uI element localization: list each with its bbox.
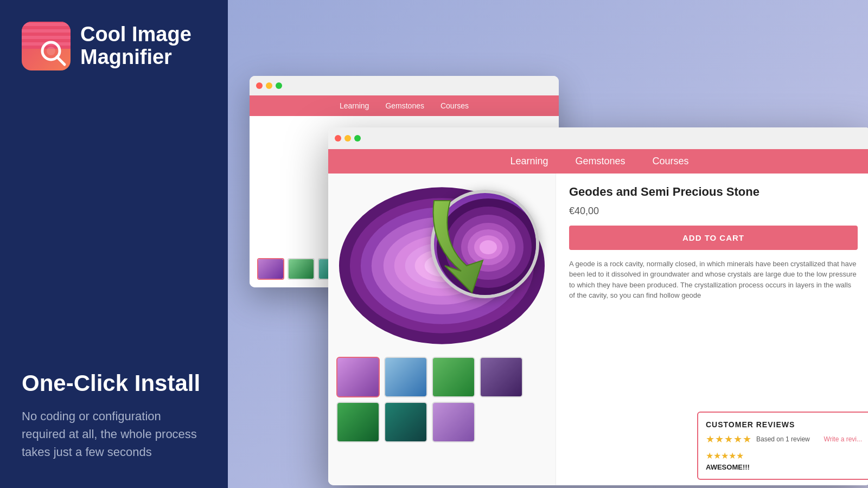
browser-window-large: Learning Gemstones Courses: [328, 127, 868, 485]
dot-green-large: [354, 135, 361, 142]
dot-red: [256, 82, 263, 89]
svg-point-2: [47, 47, 55, 55]
add-to-cart-button[interactable]: ADD TO CART: [569, 226, 858, 250]
app-logo-icon: [22, 22, 71, 70]
bottom-thumb-row: [334, 357, 550, 397]
one-click-desc: No coding or configuration required at a…: [22, 407, 206, 461]
thumb-green[interactable]: [432, 357, 475, 397]
dot-yellow: [266, 82, 272, 89]
browser-bar-large: [328, 127, 868, 149]
browser-large-body: Geodes and Semi Precious Stone €40,00 AD…: [328, 174, 868, 485]
thumb-blue[interactable]: [384, 357, 427, 397]
sidebar: Cool Image Magnifier One-Click Install N…: [0, 0, 228, 488]
dot-red-large: [335, 135, 341, 142]
main-content: Learning Gemstones Courses: [228, 0, 868, 488]
product-description: A geode is a rock cavity, normally close…: [569, 259, 858, 301]
nav-courses-large[interactable]: Courses: [653, 156, 689, 167]
dot-yellow-large: [344, 135, 351, 142]
dot-green-small: [276, 82, 282, 89]
browser-bar-small: [250, 76, 559, 95]
reviews-based-on: Based on 1 review: [756, 435, 810, 443]
thumb-purple[interactable]: [336, 357, 380, 397]
reviews-stars-row: ★★★★★ Based on 1 review Write a revi...: [706, 433, 862, 445]
thumb-brown[interactable]: [480, 357, 523, 397]
nav-learning-small[interactable]: Learning: [340, 101, 369, 110]
product-title: Geodes and Semi Precious Stone: [569, 184, 858, 200]
arrow-svg: [418, 190, 526, 298]
thumb-malachite[interactable]: [336, 402, 380, 442]
magnifier-icon: [39, 39, 67, 67]
nav-gemstones-large[interactable]: Gemstones: [575, 156, 625, 167]
reviews-title: CUSTOMER REVIEWS: [706, 420, 862, 429]
app-title: Cool Image Magnifier: [80, 23, 206, 69]
nav-courses-small[interactable]: Courses: [441, 101, 469, 110]
reviews-box: CUSTOMER REVIEWS ★★★★★ Based on 1 review…: [697, 412, 868, 480]
thumb-2[interactable]: [288, 258, 315, 280]
thumb-1[interactable]: [257, 258, 284, 280]
logo-area: Cool Image Magnifier: [22, 22, 206, 70]
bottom-content: One-Click Install No coding or configura…: [22, 370, 206, 461]
svg-line-1: [57, 57, 65, 65]
nav-bar-large: Learning Gemstones Courses: [328, 149, 868, 174]
thumb-amethyst[interactable]: [432, 402, 475, 442]
first-review-label: AWESOME!!!: [706, 463, 862, 471]
product-price: €40,00: [569, 206, 858, 217]
reviews-stars: ★★★★★: [706, 433, 752, 445]
nav-learning-large[interactable]: Learning: [510, 156, 548, 167]
bottom-thumb-row-2: [334, 402, 550, 442]
first-review-stars: ★★★★★: [706, 451, 862, 461]
product-info-col: Geodes and Semi Precious Stone €40,00 AD…: [556, 174, 868, 485]
nav-gemstones-small[interactable]: Gemstones: [385, 101, 424, 110]
write-review-link[interactable]: Write a revi...: [824, 435, 862, 443]
green-arrow: [418, 190, 526, 298]
nav-bar-small: Learning Gemstones Courses: [250, 95, 559, 116]
one-click-title: One-Click Install: [22, 370, 206, 396]
thumb-teal-agate[interactable]: [384, 402, 427, 442]
